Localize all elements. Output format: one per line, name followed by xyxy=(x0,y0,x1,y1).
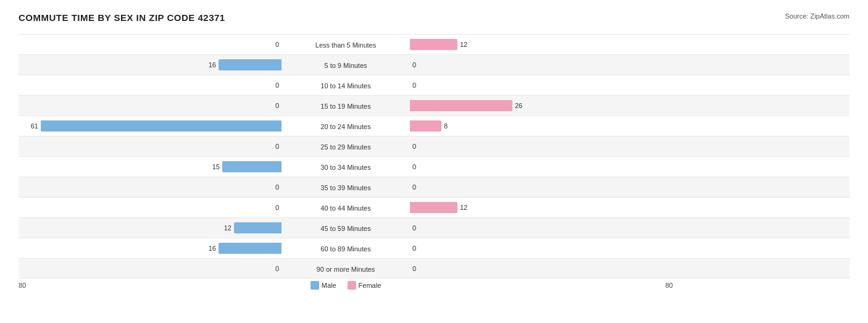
right-bar-area: 0 xyxy=(407,141,673,152)
female-bar xyxy=(410,39,457,50)
right-bar-area: 8 xyxy=(407,120,673,132)
male-value: 61 xyxy=(23,122,38,130)
row-label: 40 to 44 Minutes xyxy=(320,204,370,212)
female-value: 0 xyxy=(412,245,427,252)
male-value: 0 xyxy=(264,204,279,211)
row-label-area: 45 to 59 Minutes xyxy=(284,222,407,233)
source-text: Source: ZipAtlas.com xyxy=(785,12,849,20)
legend: Male Female xyxy=(284,281,407,290)
left-bar-area: 0 xyxy=(19,80,284,91)
row-label-area: 40 to 44 Minutes xyxy=(284,202,407,213)
axis-row: 80 Male Female 80 xyxy=(19,281,849,290)
male-value: 0 xyxy=(264,82,279,89)
female-value: 0 xyxy=(412,224,427,232)
chart-row: 16 60 to 89 Minutes 0 xyxy=(19,238,849,258)
male-value: 15 xyxy=(205,163,220,170)
female-legend-box xyxy=(348,281,356,290)
right-bar-area: 12 xyxy=(407,39,673,50)
female-value: 26 xyxy=(515,102,530,109)
row-label-area: 5 to 9 Minutes xyxy=(284,59,407,70)
left-bar-area: 61 xyxy=(19,120,284,132)
legend-female: Female xyxy=(348,281,382,290)
male-value: 16 xyxy=(201,245,216,252)
legend-male: Male xyxy=(311,281,336,290)
chart-row: 61 20 to 24 Minutes 8 xyxy=(19,115,849,136)
row-label-area: 10 to 14 Minutes xyxy=(284,80,407,91)
chart-row: 0 10 to 14 Minutes 0 xyxy=(19,75,849,95)
right-bar-area: 0 xyxy=(407,243,673,254)
chart-area: 0 Less than 5 Minutes 12 16 5 to 9 Minut… xyxy=(19,34,849,279)
row-label: 10 to 14 Minutes xyxy=(320,82,370,90)
chart-row: 0 40 to 44 Minutes 12 xyxy=(19,197,849,217)
chart-row: 0 15 to 19 Minutes 26 xyxy=(19,95,849,115)
male-bar xyxy=(234,222,282,233)
male-value: 0 xyxy=(264,265,279,272)
left-bar-area: 0 xyxy=(19,263,284,274)
chart-title: COMMUTE TIME BY SEX IN ZIP CODE 42371 xyxy=(19,12,225,23)
row-label: Less than 5 Minutes xyxy=(315,41,376,49)
male-legend-box xyxy=(311,281,319,290)
row-label: 5 to 9 Minutes xyxy=(324,62,367,69)
row-label: 15 to 19 Minutes xyxy=(320,103,370,110)
female-bar xyxy=(410,100,512,111)
row-label-area: 60 to 89 Minutes xyxy=(284,243,407,254)
female-value: 0 xyxy=(412,163,427,170)
female-value: 0 xyxy=(412,143,427,150)
left-bar-area: 0 xyxy=(19,202,284,213)
row-label: 35 to 39 Minutes xyxy=(320,184,370,191)
right-bar-area: 0 xyxy=(407,80,673,91)
male-value: 0 xyxy=(264,41,279,48)
right-bar-area: 0 xyxy=(407,182,673,193)
male-value: 12 xyxy=(217,224,232,232)
row-label-area: 35 to 39 Minutes xyxy=(284,182,407,193)
female-value: 8 xyxy=(444,122,459,130)
right-bar-area: 0 xyxy=(407,263,673,274)
right-bar-area: 12 xyxy=(407,202,673,213)
chart-row: 0 35 to 39 Minutes 0 xyxy=(19,177,849,197)
left-bar-area: 0 xyxy=(19,141,284,152)
left-bar-area: 15 xyxy=(19,161,284,172)
row-label: 20 to 24 Minutes xyxy=(320,123,370,130)
left-bar-area: 12 xyxy=(19,222,284,233)
row-label-area: 30 to 34 Minutes xyxy=(284,161,407,172)
left-bar-area: 16 xyxy=(19,59,284,70)
row-label: 60 to 89 Minutes xyxy=(320,245,370,253)
chart-row: 0 Less than 5 Minutes 12 xyxy=(19,34,849,54)
chart-row: 15 30 to 34 Minutes 0 xyxy=(19,156,849,177)
row-label-area: 90 or more Minutes xyxy=(284,263,407,274)
female-value: 0 xyxy=(412,265,427,272)
row-label: 90 or more Minutes xyxy=(317,266,375,273)
male-bar xyxy=(219,59,282,70)
chart-row: 12 45 to 59 Minutes 0 xyxy=(19,217,849,238)
left-bar-area: 0 xyxy=(19,39,284,50)
row-label: 25 to 29 Minutes xyxy=(320,143,370,151)
right-bar-area: 0 xyxy=(407,161,673,172)
female-legend-label: Female xyxy=(359,282,382,289)
female-bar xyxy=(410,202,457,213)
chart-row: 0 90 or more Minutes 0 xyxy=(19,258,849,279)
female-value: 0 xyxy=(412,82,427,89)
right-bar-area: 0 xyxy=(407,59,673,70)
male-bar xyxy=(41,120,282,132)
chart-row: 16 5 to 9 Minutes 0 xyxy=(19,54,849,75)
left-bar-area: 0 xyxy=(19,182,284,193)
left-bar-area: 16 xyxy=(19,243,284,254)
title-row: COMMUTE TIME BY SEX IN ZIP CODE 42371 So… xyxy=(19,12,849,23)
row-label-area: 15 to 19 Minutes xyxy=(284,100,407,111)
row-label-area: 20 to 24 Minutes xyxy=(284,120,407,132)
female-bar xyxy=(410,120,441,132)
chart-row: 0 25 to 29 Minutes 0 xyxy=(19,136,849,156)
male-bar xyxy=(219,243,282,254)
female-value: 12 xyxy=(460,41,475,48)
male-bar xyxy=(222,161,282,172)
row-label-area: Less than 5 Minutes xyxy=(284,39,407,50)
row-label-area: 25 to 29 Minutes xyxy=(284,141,407,152)
female-value: 0 xyxy=(412,61,427,69)
axis-right-label: 80 xyxy=(407,282,673,289)
right-bar-area: 26 xyxy=(407,100,673,111)
male-value: 0 xyxy=(264,143,279,150)
female-value: 0 xyxy=(412,183,427,191)
row-label: 30 to 34 Minutes xyxy=(320,164,370,171)
male-value: 0 xyxy=(264,183,279,191)
left-bar-area: 0 xyxy=(19,100,284,111)
